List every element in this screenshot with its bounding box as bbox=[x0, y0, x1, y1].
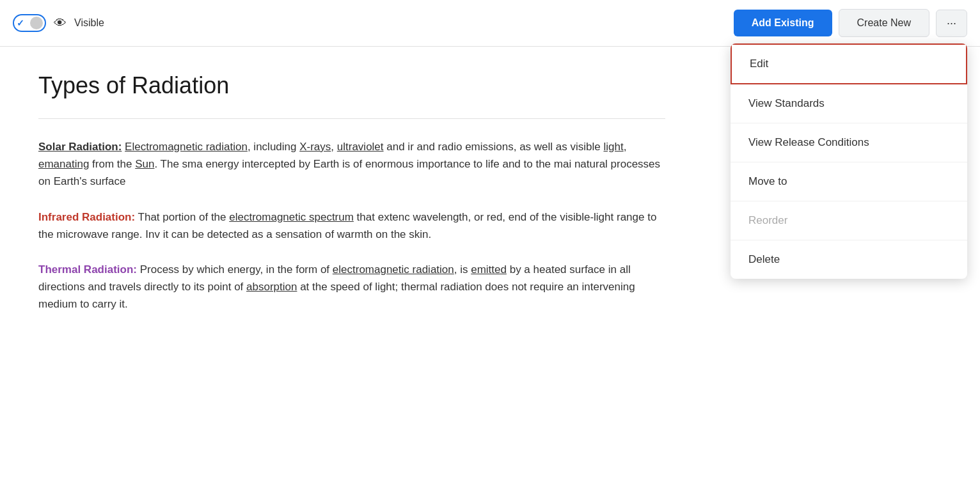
checkmark-icon: ✓ bbox=[17, 18, 24, 28]
emitted-link[interactable]: emitted bbox=[471, 263, 507, 276]
add-existing-button[interactable]: Add Existing bbox=[734, 10, 832, 36]
ellipsis-icon: ··· bbox=[947, 17, 956, 29]
emanating-link[interactable]: emanating bbox=[38, 158, 89, 170]
delete-label: Delete bbox=[748, 253, 780, 265]
edit-label: Edit bbox=[750, 58, 768, 70]
view-standards-label: View Standards bbox=[748, 97, 825, 109]
main-content: Types of Radiation Solar Radiation: Elec… bbox=[0, 47, 704, 357]
dropdown-item-view-standards[interactable]: View Standards bbox=[731, 84, 967, 123]
em-spectrum-link[interactable]: electromagnetic spectrum bbox=[229, 211, 354, 223]
dropdown-item-delete[interactable]: Delete bbox=[731, 240, 967, 279]
page-title: Types of Radiation bbox=[38, 72, 665, 99]
thermal-radiation-section: Thermal Radiation: Process by which ener… bbox=[38, 261, 665, 313]
content-divider bbox=[38, 118, 665, 119]
light-link[interactable]: light bbox=[603, 141, 623, 153]
toolbar-right: Add Existing Create New ··· bbox=[734, 9, 967, 37]
dropdown-menu: Edit View Standards View Release Conditi… bbox=[731, 43, 967, 279]
create-new-button[interactable]: Create New bbox=[839, 9, 929, 37]
em-radiation-link[interactable]: electromagnetic radiation bbox=[333, 263, 454, 276]
dropdown-item-edit[interactable]: Edit bbox=[731, 43, 967, 84]
infrared-radiation-label: Infrared Radiation: bbox=[38, 211, 135, 223]
toolbar: ✓ 👁 Visible Add Existing Create New ··· bbox=[0, 0, 980, 47]
visibility-toggle[interactable]: ✓ bbox=[13, 14, 46, 32]
toggle-switch[interactable]: ✓ bbox=[13, 14, 46, 32]
move-to-label: Move to bbox=[748, 175, 787, 187]
solar-radiation-label: Solar Radiation: bbox=[38, 141, 122, 153]
xrays-link[interactable]: X-rays bbox=[299, 141, 331, 153]
more-options-button[interactable]: ··· bbox=[936, 10, 967, 37]
solar-radiation-text: Electromagnetic radiation, including X-r… bbox=[38, 141, 660, 187]
electromagnetic-radiation-link[interactable]: Electromagnetic radiation bbox=[125, 141, 248, 153]
solar-radiation-section: Solar Radiation: Electromagnetic radiati… bbox=[38, 138, 665, 191]
ultraviolet-link[interactable]: ultraviolet bbox=[337, 141, 384, 153]
eye-icon: 👁 bbox=[54, 16, 67, 31]
toggle-circle bbox=[30, 17, 43, 29]
toolbar-left: ✓ 👁 Visible bbox=[13, 14, 104, 32]
dropdown-item-reorder: Reorder bbox=[731, 201, 967, 240]
infrared-radiation-section: Infrared Radiation: That portion of the … bbox=[38, 208, 665, 243]
dropdown-item-view-release-conditions[interactable]: View Release Conditions bbox=[731, 123, 967, 162]
dropdown-item-move-to[interactable]: Move to bbox=[731, 162, 967, 201]
view-release-conditions-label: View Release Conditions bbox=[748, 136, 869, 148]
reorder-label: Reorder bbox=[748, 214, 787, 226]
sun-link[interactable]: Sun bbox=[135, 158, 154, 170]
absorption-link[interactable]: absorption bbox=[246, 281, 297, 293]
thermal-radiation-label: Thermal Radiation: bbox=[38, 263, 137, 276]
visible-label: Visible bbox=[74, 17, 104, 29]
